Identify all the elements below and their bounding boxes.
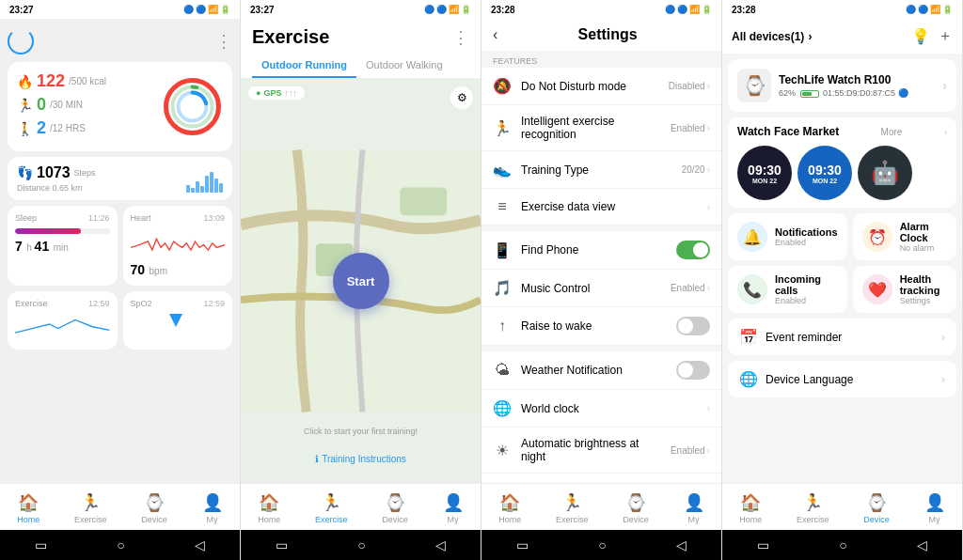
sys-back[interactable]: ◁	[195, 537, 205, 552]
watch-face-1[interactable]: 09:30 MON 22	[737, 146, 792, 200]
calories-value: 122	[37, 71, 65, 91]
feature-alarm[interactable]: ⏰ Alarm Clock No alarm	[853, 213, 956, 260]
weather-icon: 🌤	[493, 362, 512, 379]
nav-home-dev[interactable]: 🏠 Home	[739, 492, 762, 524]
nav-device-dev[interactable]: ⌚ Device	[863, 492, 890, 524]
watch-face-3[interactable]: 🤖	[858, 146, 912, 200]
sys-circle-set[interactable]: ○	[598, 537, 606, 552]
panel-home: 23:27 🔵🔵📶🔋 ⋮ 🔥 122 /500 kcal 🏃 0 /3	[0, 0, 241, 560]
nav-exercise-ex[interactable]: 🏃 Exercise	[315, 492, 348, 524]
nav-my-set[interactable]: 👤 My	[684, 492, 704, 524]
device-label-set: Device	[623, 515, 649, 524]
settings-item-music[interactable]: 🎵 Music Control Enabled ›	[482, 270, 721, 307]
settings-item-findphone[interactable]: 📱 Find Phone	[482, 231, 721, 270]
language-icon: 🌐	[739, 370, 758, 388]
sys-circle-dev[interactable]: ○	[839, 537, 846, 552]
settings-item-training[interactable]: 👟 Training Type 20/20 ›	[482, 151, 721, 189]
raise-toggle[interactable]	[676, 317, 710, 335]
sys-square-dev[interactable]: ▭	[757, 537, 769, 552]
sys-circle-ex[interactable]: ○	[357, 537, 365, 552]
home-icon-ex: 🏠	[259, 492, 279, 513]
watch-face-2[interactable]: 09:30 MON 22	[797, 146, 852, 200]
feature-health[interactable]: ❤️ Health tracking Settings	[853, 266, 956, 313]
watch-faces-row: 09:30 MON 22 09:30 MON 22 🤖	[737, 146, 947, 200]
gps-dot: ●	[256, 88, 260, 98]
nav-exercise-set[interactable]: 🏃 Exercise	[556, 492, 589, 524]
wf-more-btn[interactable]: More	[881, 127, 903, 137]
device-selector[interactable]: All devices(1) ›	[732, 30, 812, 43]
nav-home-set[interactable]: 🏠 Home	[498, 492, 521, 524]
watch-info-card[interactable]: ⌚ TechLife Watch R100 62% 01:55:D9:D0:87…	[728, 59, 956, 112]
exercise-label-dev: Exercise	[797, 515, 829, 524]
exercise-title: Exercise	[15, 299, 48, 308]
nav-home-ex[interactable]: 🏠 Home	[258, 492, 280, 524]
findphone-toggle[interactable]	[676, 241, 710, 259]
settings-item-ier[interactable]: 🏃 Intelligent exercise recognition Enabl…	[482, 105, 721, 151]
worldclock-value: ›	[707, 403, 710, 413]
nav-device-set[interactable]: ⌚ Device	[623, 492, 649, 524]
dnd-chevron: ›	[707, 81, 710, 91]
sys-square-set[interactable]: ▭	[516, 537, 529, 552]
watch-face-card: Watch Face Market More › 09:30 MON 22 09…	[728, 117, 956, 208]
panel-exercise: 23:27 🔵🔵📶🔋 Exercise ⋮ Outdoor Running Ou…	[241, 0, 482, 560]
arc-container	[162, 76, 223, 137]
features-label: Features	[482, 51, 721, 68]
calories-max: /500 kcal	[69, 76, 106, 86]
feature-notifications[interactable]: 🔔 Notifications Enabled	[728, 213, 847, 260]
findphone-label: Find Phone	[521, 243, 667, 257]
steps-count: 1073	[37, 164, 71, 181]
feature-calls[interactable]: 📞 Incoming calls Enabled	[728, 266, 847, 313]
ier-value: Enabled ›	[671, 123, 710, 133]
nav-my[interactable]: 👤 My	[202, 492, 223, 524]
sys-square[interactable]: ▭	[35, 537, 47, 552]
language-label: Device Language	[766, 373, 934, 386]
more-icon[interactable]: ⋮	[215, 31, 232, 52]
device-label-dev: Device	[863, 515, 890, 524]
sys-circle[interactable]: ○	[117, 537, 124, 552]
exercise-icon-dev: 🏃	[802, 492, 823, 513]
heart-card: Heart 13:09 70 bpm	[123, 206, 233, 286]
settings-item-dnd[interactable]: 🔕 Do Not Disturb mode Disabled ›	[482, 68, 721, 105]
nav-exercise[interactable]: 🏃 Exercise	[74, 492, 107, 524]
settings-item-edv[interactable]: ≡ Exercise data view ›	[482, 189, 721, 226]
map-settings-btn[interactable]: ⚙	[450, 86, 473, 109]
event-reminder-row[interactable]: 📅 Event reminder ›	[728, 319, 956, 355]
tab-outdoor-walking[interactable]: Outdoor Walking	[356, 54, 452, 78]
notifications-status: Enabled	[775, 238, 838, 247]
back-button[interactable]: ‹	[493, 26, 497, 43]
exercise-more-icon[interactable]: ⋮	[452, 27, 469, 48]
alarm-info: Alarm Clock No alarm	[900, 221, 947, 253]
health-name: Health tracking	[900, 273, 947, 296]
sys-back-dev[interactable]: ◁	[917, 537, 927, 552]
tab-outdoor-running[interactable]: Outdoor Running	[252, 54, 356, 78]
nav-device-ex[interactable]: ⌚ Device	[382, 492, 408, 524]
activity-card: 🔥 122 /500 kcal 🏃 0 /30 MIN 🚶 2 /12 HRS	[8, 62, 232, 151]
device-icon-ex: ⌚	[385, 492, 405, 513]
device-language-row[interactable]: 🌐 Device Language ›	[728, 361, 956, 397]
training-instructions[interactable]: ℹ Training Instructions	[315, 454, 406, 464]
worldclock-chevron: ›	[707, 403, 710, 413]
my-icon-dev: 👤	[924, 492, 945, 513]
add-device-btn[interactable]: ＋	[938, 26, 953, 46]
nav-exercise-dev[interactable]: 🏃 Exercise	[797, 492, 829, 524]
settings-list: 🔕 Do Not Disturb mode Disabled › 🏃 Intel…	[482, 68, 721, 483]
bottom-nav-home: 🏠 Home 🏃 Exercise ⌚ Device 👤 My	[0, 483, 240, 530]
weather-toggle[interactable]	[676, 361, 710, 380]
nav-my-ex[interactable]: 👤 My	[443, 492, 464, 524]
home-label-ex: Home	[258, 515, 280, 524]
sys-back-set[interactable]: ◁	[676, 537, 687, 552]
sys-square-ex[interactable]: ▭	[276, 537, 288, 552]
sys-back-ex[interactable]: ◁	[435, 537, 446, 552]
settings-item-brightness[interactable]: ☀ Automatic brightness at night Enabled …	[482, 428, 721, 474]
nav-home[interactable]: 🏠 Home	[17, 492, 39, 524]
light-mode-btn[interactable]: 💡	[911, 27, 930, 45]
nav-device-label: Device	[141, 515, 167, 524]
settings-item-worldclock[interactable]: 🌐 World clock ›	[482, 390, 721, 428]
my-icon-ex: 👤	[443, 492, 464, 513]
settings-item-weather[interactable]: 🌤 Weather Notification	[482, 351, 721, 390]
nav-my-dev[interactable]: 👤 My	[924, 492, 945, 524]
settings-item-raise[interactable]: ↑ Raise to wake	[482, 307, 721, 346]
nav-device[interactable]: ⌚ Device	[141, 492, 167, 524]
map-container: ● GPS ↑↑↑ ⚙ Start Click to start your fi…	[241, 79, 481, 483]
start-button[interactable]: Start	[333, 253, 389, 309]
